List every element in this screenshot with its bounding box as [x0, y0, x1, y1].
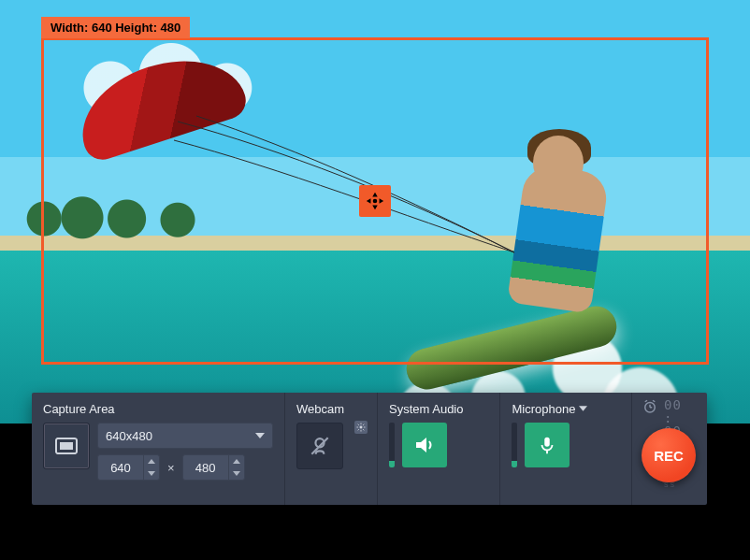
svg-marker-2	[367, 198, 371, 204]
svg-marker-11	[233, 471, 240, 476]
microphone-icon	[537, 435, 557, 455]
resolution-preset-value: 640x480	[106, 429, 152, 443]
record-group: 00 : 00 : 00 hh mm ss REC	[632, 393, 707, 505]
gear-icon	[356, 423, 366, 432]
svg-marker-7	[255, 433, 265, 438]
svg-marker-9	[148, 471, 155, 476]
svg-marker-8	[148, 459, 155, 464]
system-audio-title: System Audio	[389, 400, 488, 417]
width-step-up[interactable]	[144, 455, 159, 467]
record-button-label: REC	[654, 448, 684, 464]
svg-marker-10	[233, 459, 240, 464]
webcam-title: Webcam	[296, 400, 366, 417]
svg-point-4	[373, 199, 378, 204]
clock-icon	[642, 398, 658, 415]
speaker-icon	[413, 434, 436, 456]
record-button[interactable]: REC	[642, 428, 696, 482]
svg-line-30	[645, 400, 647, 402]
webcam-off-icon	[308, 434, 332, 458]
microphone-title-text: Microphone	[512, 402, 575, 416]
schedule-timer[interactable]: 00 : 00 : 00 hh mm ss	[642, 398, 696, 424]
svg-point-14	[360, 426, 363, 429]
webcam-group: Webcam	[285, 393, 378, 505]
move-handle[interactable]	[359, 185, 391, 217]
width-stepper[interactable]	[97, 454, 160, 481]
microphone-title: Microphone	[512, 400, 620, 417]
height-step-down[interactable]	[229, 467, 244, 480]
microphone-group: Microphone	[500, 393, 632, 505]
webcam-toggle-button[interactable]	[296, 423, 343, 469]
dimension-multiply-icon: ×	[166, 461, 177, 475]
svg-marker-3	[380, 198, 384, 204]
capture-region-icon	[54, 437, 79, 455]
svg-line-20	[363, 429, 364, 430]
capture-area-frame[interactable]: Width: 640 Height: 480	[41, 37, 709, 365]
svg-line-19	[358, 424, 359, 425]
control-panel: Capture Area 640x480	[32, 393, 707, 505]
height-step-up[interactable]	[229, 455, 244, 467]
resolution-preset-dropdown[interactable]: 640x480	[97, 423, 273, 449]
svg-marker-23	[416, 438, 426, 452]
system-audio-level-fill	[389, 461, 395, 467]
svg-rect-6	[60, 442, 73, 450]
chevron-down-icon	[255, 433, 265, 438]
width-input[interactable]	[98, 455, 143, 480]
microphone-dropdown-icon[interactable]	[579, 406, 587, 411]
svg-marker-24	[579, 406, 587, 410]
svg-line-31	[653, 400, 655, 402]
height-input[interactable]	[183, 455, 228, 480]
select-area-button[interactable]	[43, 423, 90, 469]
move-icon	[365, 191, 385, 211]
webcam-settings-button[interactable]	[354, 421, 368, 434]
width-step-down[interactable]	[144, 467, 159, 480]
capture-area-group: Capture Area 640x480	[32, 393, 285, 505]
microphone-level-fill	[512, 461, 517, 467]
capture-dimensions-label: Width: 640 Height: 480	[41, 17, 190, 38]
svg-rect-25	[545, 438, 551, 447]
system-audio-group: System Audio	[378, 393, 500, 505]
system-audio-toggle-button[interactable]	[402, 423, 447, 467]
height-stepper[interactable]	[182, 454, 245, 481]
capture-area-title: Capture Area	[43, 400, 273, 417]
microphone-level-meter[interactable]	[512, 423, 517, 467]
svg-marker-1	[372, 206, 378, 210]
svg-line-21	[358, 429, 359, 430]
microphone-toggle-button[interactable]	[525, 423, 570, 467]
svg-marker-0	[372, 193, 378, 197]
svg-line-22	[363, 424, 364, 425]
system-audio-level-meter[interactable]	[389, 423, 395, 467]
